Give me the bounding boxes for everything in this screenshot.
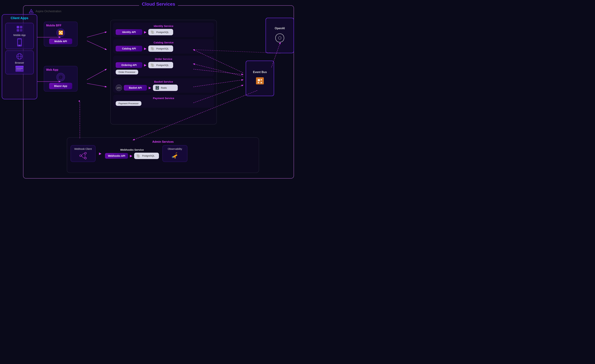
svg-rect-17 [17, 29, 19, 32]
identity-api-pill: Identity API [116, 29, 142, 35]
svg-rect-26 [15, 66, 24, 68]
svg-rect-3 [258, 79, 260, 81]
web-app-card: Web App @ Blazor App [44, 66, 78, 91]
webhooks-db-card: 🐘 PostgreSQL [134, 153, 159, 159]
postgres-icon-order: 🐘 [150, 63, 155, 67]
blazor-pill: Blazor App [49, 83, 72, 89]
ordering-api-pill: Ordering API [116, 62, 142, 68]
browser-window-icon [15, 66, 24, 72]
client-apps-box: Client Apps Mobile App [2, 14, 37, 99]
payment-service-row: Payment Processor [116, 101, 212, 106]
svg-line-13 [176, 153, 177, 154]
catalog-api-pill: Catalog API [116, 46, 142, 51]
openai-box: OpenAI [266, 18, 294, 53]
postgres-icon-identity: 🐘 [150, 30, 155, 34]
services-box: Identity Service Identity API ▶ 🐘 Postgr… [110, 20, 217, 125]
admin-row: Webhook Client ▶ Webhooks Service [71, 145, 255, 162]
cloud-services-title: Cloud Services [139, 1, 178, 7]
arrow-webhook: ▶ [99, 152, 101, 155]
aspire-icon [29, 9, 34, 14]
grpc-badge: gRPC [116, 84, 122, 91]
redis-icon: 🗄️ [155, 86, 159, 90]
svg-rect-6 [261, 82, 262, 83]
catalog-service-title: Catalog Service [116, 41, 212, 44]
webhook-icon [79, 152, 87, 160]
aspire-label: Aspire Orchestration [29, 9, 61, 14]
svg-point-1 [30, 11, 32, 12]
mobile-bff-title: Mobile BFF [46, 24, 61, 27]
observability-box: Observability [163, 145, 187, 162]
identity-service-row: Identity API ▶ 🐘 PostgreSQL [116, 29, 212, 35]
openai-icon [274, 32, 286, 44]
client-apps-title: Client Apps [11, 16, 28, 20]
postgres-icon-catalog: 🐘 [150, 46, 155, 51]
svg-rect-5 [258, 82, 259, 83]
webhook-client-label: Webhook Client [74, 147, 92, 150]
catalog-db-card: 🐘 PostgreSQL [148, 45, 173, 52]
arrow-catalog: ▶ [144, 47, 147, 50]
observability-icon [171, 152, 179, 160]
browser-card: Browser [5, 50, 34, 74]
web-app-title: Web App [46, 68, 58, 71]
webhooks-api-pill: Webhooks API [105, 153, 128, 159]
admin-box: Admin Services Webhook Client ▶ [67, 137, 259, 173]
basket-service-group: Basket Service gRPC Basket API ▶ 🗄️ Redi… [113, 78, 214, 93]
mobile-bff-card: Mobile BFF 🔀 Mobile API [44, 22, 78, 46]
openai-label: OpenAI [275, 27, 285, 30]
identity-db-card: 🐘 PostgreSQL [148, 29, 173, 35]
event-bus-icon [255, 76, 265, 86]
web-app-section: Web App @ Blazor App [44, 66, 79, 91]
payment-service-group: Payment Service Payment Processor [113, 95, 214, 108]
webhooks-api-row: Webhooks API ▶ 🐘 PostgreSQL [105, 153, 159, 159]
catalog-service-row: Catalog API ▶ 🐘 PostgreSQL [116, 45, 212, 52]
event-bus-box: Event Bus [246, 61, 274, 96]
svg-rect-20 [18, 39, 21, 45]
postgres-icon-webhooks: 🐘 [136, 154, 141, 158]
payment-processor-card: Payment Processor [116, 101, 142, 106]
basket-db-card: 🗄️ Redis [153, 84, 178, 91]
browser-label: Browser [15, 61, 24, 64]
basket-api-pill: Basket API [124, 85, 147, 91]
svg-rect-16 [20, 26, 22, 28]
order-service-title: Order Service [116, 57, 212, 60]
mobile-app-card: Mobile App [5, 23, 34, 49]
mobile-bff-icon: 🔀 [57, 28, 65, 37]
browser-app-icon [16, 53, 23, 60]
arrow-identity: ▶ [144, 30, 147, 34]
basket-service-title: Basket Service [116, 80, 212, 83]
svg-rect-27 [16, 68, 23, 69]
mobile-api-pill: Mobile API [49, 38, 72, 44]
webhooks-service-section: Webhooks Service Webhooks API ▶ 🐘 Postgr… [105, 148, 159, 159]
order-db-card: 🐘 PostgreSQL [148, 62, 173, 68]
svg-point-7 [80, 155, 81, 157]
payment-service-title: Payment Service [116, 97, 212, 100]
webhooks-service-title: Webhooks Service [120, 148, 144, 151]
arrow-basket: ▶ [149, 86, 151, 90]
phone-icon [17, 38, 22, 47]
arrow-order: ▶ [144, 63, 147, 67]
svg-rect-11 [175, 156, 176, 159]
cloud-services-box: Cloud Services Aspire Orchestration Mobi… [23, 5, 294, 179]
order-processor-card: Order Processor [116, 70, 138, 75]
svg-rect-4 [261, 79, 262, 80]
mobile-app-icon [16, 25, 23, 32]
arrow-webhooks-db: ▶ [130, 154, 132, 158]
order-service-row: Ordering API ▶ 🐘 PostgreSQL [116, 62, 212, 68]
basket-service-row: gRPC Basket API ▶ 🗄️ Redis [116, 84, 212, 91]
svg-rect-18 [20, 29, 22, 32]
catalog-service-group: Catalog Service Catalog API ▶ 🐘 PostgreS… [113, 39, 214, 54]
identity-service-group: Identity Service Identity API ▶ 🐘 Postgr… [113, 23, 214, 37]
order-service-group: Order Service Ordering API ▶ 🐘 PostgreSQ… [113, 56, 214, 76]
mobile-app-label: Mobile App [13, 34, 26, 36]
svg-point-21 [19, 45, 20, 46]
svg-rect-28 [16, 70, 21, 70]
svg-rect-15 [17, 26, 19, 28]
web-app-icon: @ [57, 73, 65, 81]
webhook-client-card: Webhook Client [71, 145, 95, 162]
event-bus-label: Event Bus [253, 70, 267, 74]
observability-label: Observability [168, 147, 182, 150]
mobile-bff-section: Mobile BFF 🔀 Mobile API [44, 22, 79, 46]
identity-service-title: Identity Service [116, 24, 212, 28]
diagram-container: Cloud Services Aspire Orchestration Mobi… [0, 0, 298, 182]
svg-point-14 [278, 36, 281, 39]
